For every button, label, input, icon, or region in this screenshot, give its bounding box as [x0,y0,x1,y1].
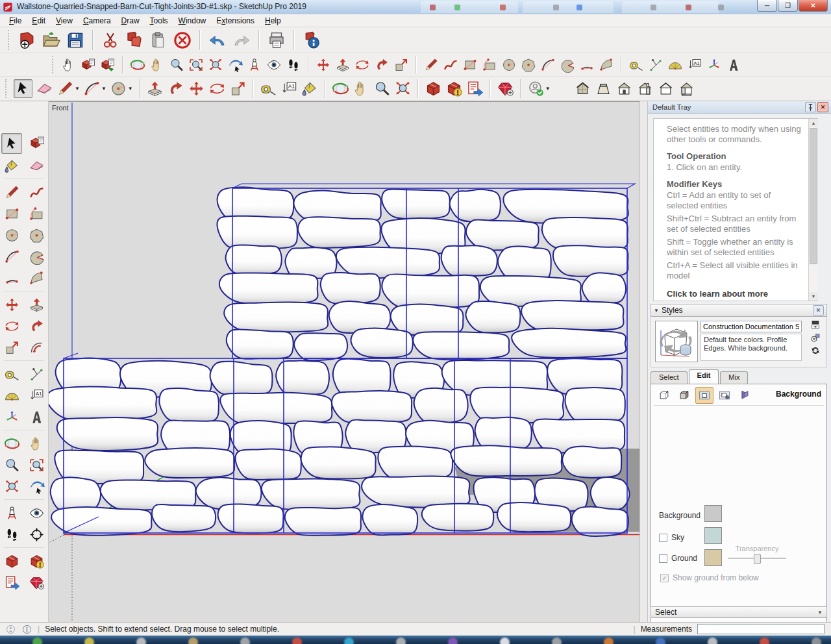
menu-extensions[interactable]: Extensions [211,15,260,27]
view-front-button[interactable] [615,80,633,97]
scrollbar-thumb[interactable] [810,128,817,264]
tab-mix[interactable]: Mix [720,371,748,384]
taskbar-app-icon[interactable] [136,638,146,644]
close-button[interactable]: ✕ [799,0,828,12]
taskbar-app-icon[interactable] [344,638,354,644]
tape-measure-button[interactable] [260,80,277,97]
rectangle-button[interactable] [462,57,478,73]
line-button[interactable] [423,57,439,73]
hand-button[interactable] [61,57,77,73]
position-camera-button[interactable] [2,503,21,523]
view-top-button[interactable] [595,80,612,97]
circle-button[interactable] [501,57,517,73]
menu-window[interactable]: Window [173,15,212,27]
instructor-scrollbar[interactable]: ▲ ▼ [808,119,818,301]
modeling-settings-button[interactable] [736,387,754,404]
push-pull-button[interactable] [146,80,164,97]
orbit-button[interactable] [332,80,349,97]
taskbar-app-icon[interactable] [812,638,821,644]
scale-button[interactable] [229,80,247,97]
taskbar-app-icon[interactable] [708,638,717,644]
rotated-rectangle-button[interactable] [482,57,497,73]
axes-colored-button[interactable] [706,57,722,73]
look-around-button[interactable] [266,57,282,73]
move-button[interactable] [316,57,331,73]
update-style-icon[interactable] [810,345,821,356]
zoom-button[interactable] [2,455,21,475]
make-component-button[interactable] [81,57,96,73]
windows-taskbar[interactable] [0,636,831,644]
pie-button[interactable] [27,247,46,266]
taskbar-app-icon[interactable] [292,638,302,644]
eraser-button[interactable] [36,80,53,97]
tray-header[interactable]: Default Tray ✕ [648,101,831,114]
3d-text-button[interactable] [726,57,741,73]
pan-button[interactable] [353,80,370,97]
style-name-input[interactable] [701,321,802,332]
pie-button[interactable] [560,57,575,73]
tab-select[interactable]: Select [651,371,688,384]
axes-button[interactable] [648,57,664,73]
scroll-down-icon[interactable]: ▼ [809,292,818,301]
taskbar-app-icon[interactable] [84,638,94,644]
save-button[interactable] [66,31,85,50]
zoom-extents-button[interactable] [2,477,21,496]
line-button[interactable] [2,182,21,202]
taskbar-app-icon[interactable] [240,638,250,644]
dropdown-arrow-icon[interactable]: ▼ [101,86,106,92]
show-ground-checkbox[interactable]: ✓ [660,574,669,582]
paint-button[interactable] [2,156,21,175]
tray-resize-gutter[interactable] [639,101,647,622]
previous-button[interactable] [27,477,46,496]
move-button[interactable] [2,295,21,314]
rotate-button[interactable] [2,316,21,336]
tape-measure-button[interactable] [628,57,644,73]
undo-button[interactable] [208,31,227,50]
pie-2-button[interactable] [599,57,614,73]
push-pull-button[interactable] [27,295,46,314]
circle-button[interactable] [2,225,21,245]
3d-text-button[interactable] [27,407,46,427]
view-left-button[interactable] [678,80,695,97]
erase-button[interactable] [173,31,192,50]
protractor-button[interactable] [667,57,683,73]
view-back-button[interactable] [657,80,675,97]
line-button[interactable]: ▼ [56,80,80,97]
pan-button[interactable] [27,434,46,453]
orbit-button[interactable] [130,57,145,73]
menu-view[interactable]: View [51,15,78,27]
transparency-slider[interactable] [728,558,786,560]
model-info-button[interactable] [302,31,321,50]
model-3d-view[interactable] [49,102,639,623]
axes-button[interactable] [27,364,46,384]
follow-me-button[interactable] [374,57,390,73]
zoom-button[interactable] [373,80,391,97]
styles-close-icon[interactable]: ✕ [813,305,824,316]
cut-button[interactable] [101,31,120,50]
arc-3pt-button[interactable] [579,57,595,73]
send-to-layout-button[interactable] [2,573,21,592]
pan-button[interactable] [149,57,165,73]
extension-manager-button[interactable] [497,80,514,97]
arc-2pt-button[interactable] [2,247,21,266]
warehouse-alert-button[interactable] [445,80,463,97]
polygon-button[interactable] [521,57,536,73]
polygon-button[interactable] [27,225,46,245]
view-iso-button[interactable] [574,80,591,97]
styles-panel-header[interactable]: ▼ Styles ✕ [651,304,827,317]
warehouse-alert-button[interactable] [27,551,46,571]
restore-button[interactable]: ❐ [778,0,798,12]
walk-button[interactable] [286,57,301,73]
create-style-icon[interactable] [810,332,821,343]
geolocation-icon[interactable] [5,624,16,635]
follow-me-button[interactable] [167,80,184,97]
background-settings-button[interactable] [695,387,713,404]
look-around-button[interactable] [27,503,46,523]
collapse-arrow-icon[interactable]: ▼ [654,308,659,314]
dropdown-arrow-icon[interactable]: ▼ [128,86,133,92]
expand-arrow-icon[interactable]: ▼ [817,610,823,615]
protractor-button[interactable] [2,386,21,405]
scale-button[interactable] [2,338,21,357]
dropdown-arrow-icon[interactable]: ▼ [545,86,551,92]
paint-button[interactable] [301,80,319,97]
